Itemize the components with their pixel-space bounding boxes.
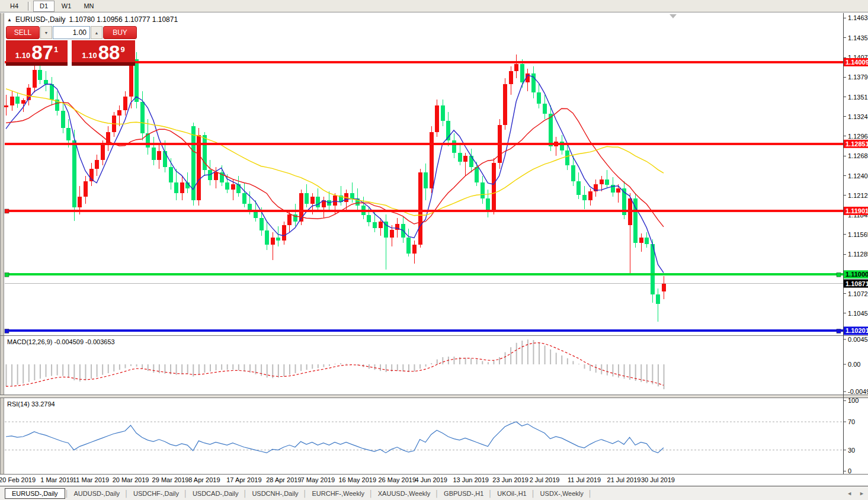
candle bbox=[576, 181, 581, 195]
one-click-trading-panel: SELL ▼ ▲ BUY 1.10 87 1 1.10 88 9 bbox=[6, 26, 135, 66]
macd-axis-label: 0.004524 bbox=[848, 336, 868, 343]
buy-price-big: 88 bbox=[98, 44, 120, 62]
candle bbox=[424, 172, 428, 188]
sell-price-sup: 1 bbox=[54, 45, 58, 54]
x-axis-date-label: 11 Mar 2019 bbox=[73, 476, 109, 483]
y-axis-label: 1.13795 bbox=[848, 73, 868, 81]
volume-input[interactable] bbox=[53, 26, 90, 39]
tab-separator: │ bbox=[531, 490, 536, 497]
chart-tab-bar: ◄ ► EURUSD-,Daily│AUDUSD-,Daily│USDCHF-,… bbox=[0, 486, 868, 500]
sell-price-big: 87 bbox=[31, 44, 53, 62]
candle bbox=[656, 294, 660, 305]
price-level-label: 1.14009 bbox=[844, 58, 868, 66]
tab-separator: │ bbox=[488, 490, 492, 497]
chart-tab-XAUUSD-Weekly[interactable]: XAUUSD-,Weekly bbox=[373, 489, 435, 498]
chart-tab-USDCAD-Daily[interactable]: USDCAD-,Daily bbox=[188, 489, 244, 498]
tab-separator: │ bbox=[588, 490, 592, 497]
tab-scroll-right-icon[interactable]: ► bbox=[859, 491, 864, 496]
line-handle[interactable] bbox=[5, 329, 9, 333]
line-handle[interactable] bbox=[5, 209, 9, 213]
x-axis-date-label: 23 Jun 2019 bbox=[492, 476, 529, 483]
candle bbox=[310, 197, 315, 204]
y-axis-label: 1.12960 bbox=[848, 133, 868, 140]
chart-title: ▲ EURUSD-,Daily 1.10780 1.10956 1.10777 … bbox=[7, 15, 178, 24]
volume-decrease-button[interactable]: ▼ bbox=[40, 26, 52, 39]
candle bbox=[282, 225, 286, 241]
line-handle[interactable] bbox=[5, 273, 9, 277]
chart-tab-EURUSD-Daily[interactable]: EURUSD-,Daily bbox=[5, 488, 65, 499]
candle bbox=[481, 182, 485, 198]
candle bbox=[38, 70, 42, 80]
candle bbox=[509, 71, 513, 84]
candle bbox=[645, 238, 649, 244]
tab-separator: │ bbox=[435, 490, 439, 497]
candle bbox=[169, 167, 173, 182]
candle bbox=[4, 105, 8, 108]
candle bbox=[475, 167, 479, 182]
candle bbox=[430, 132, 434, 188]
x-axis-date-label: 16 May 2019 bbox=[338, 476, 376, 483]
chart-tab-AUDUSD-Daily[interactable]: AUDUSD-,Daily bbox=[69, 489, 125, 498]
symbol-period-label: EURUSD-,Daily bbox=[15, 15, 66, 24]
candle bbox=[248, 204, 252, 210]
candle bbox=[565, 150, 569, 165]
tab-scroll-arrows: ◄ ► bbox=[847, 486, 864, 500]
x-axis-date-label: 13 Jun 2019 bbox=[453, 476, 489, 483]
candle bbox=[15, 97, 20, 104]
volume-increase-button[interactable]: ▲ bbox=[91, 26, 103, 39]
candle bbox=[316, 197, 320, 207]
candle bbox=[514, 64, 518, 71]
sell-price-base: 1.10 bbox=[15, 51, 30, 60]
chart-canvas[interactable]: 1.146351.143551.140751.137951.135151.132… bbox=[0, 0, 868, 500]
buy-price-display[interactable]: 1.10 88 9 bbox=[72, 40, 135, 66]
svg-text:1.11000: 1.11000 bbox=[845, 271, 868, 278]
candle bbox=[236, 184, 241, 193]
sell-button[interactable]: SELL bbox=[6, 26, 40, 39]
chart-tab-GBPUSD-H1[interactable]: GBPUSD-,H1 bbox=[439, 489, 488, 498]
candle bbox=[379, 222, 383, 228]
candle bbox=[588, 191, 592, 200]
y-axis-label: 1.12400 bbox=[848, 172, 868, 180]
x-axis-date-label: 30 Jul 2019 bbox=[641, 476, 675, 483]
candle bbox=[101, 145, 105, 160]
y-axis-label: 1.11565 bbox=[848, 231, 868, 238]
y-axis-label: 1.13515 bbox=[848, 94, 868, 101]
line-handle[interactable] bbox=[837, 273, 841, 277]
x-axis-date-label: 20 Mar 2019 bbox=[113, 476, 149, 483]
candle bbox=[441, 105, 445, 121]
candle bbox=[123, 97, 127, 110]
sell-price-display[interactable]: 1.10 87 1 bbox=[6, 40, 68, 66]
rsi-axis-label: 0 bbox=[848, 467, 851, 475]
y-axis-label: 1.11285 bbox=[848, 251, 868, 258]
y-axis-label: 1.10725 bbox=[848, 290, 868, 297]
candle bbox=[242, 193, 246, 204]
candle bbox=[452, 140, 456, 153]
x-axis-date-label: 28 Apr 2019 bbox=[266, 476, 301, 483]
trading-terminal-window: H4D1W1MN 1.146351.143551.140751.137951.1… bbox=[0, 0, 868, 500]
candle bbox=[231, 184, 235, 190]
buy-price-base: 1.10 bbox=[82, 51, 97, 60]
candle bbox=[174, 182, 178, 193]
candle bbox=[50, 84, 54, 100]
x-axis-date-label: 17 Apr 2019 bbox=[226, 476, 261, 483]
tab-scroll-left-icon[interactable]: ◄ bbox=[847, 491, 852, 496]
chart-tab-USDCHF-Daily[interactable]: USDCHF-,Daily bbox=[129, 489, 184, 498]
chart-tab-USDCNH-Daily[interactable]: USDCNH-,Daily bbox=[247, 489, 303, 498]
chart-tab-USDX-Weekly[interactable]: USDX-,Weekly bbox=[536, 489, 588, 498]
price-level-label: 1.10201 bbox=[844, 326, 868, 335]
candle bbox=[61, 111, 65, 128]
line-handle[interactable] bbox=[837, 329, 841, 333]
y-axis-label: 1.10450 bbox=[848, 310, 868, 317]
macd-indicator-label: MACD(12,26,9) -0.004509 -0.003653 bbox=[7, 338, 115, 345]
svg-text:1.12851: 1.12851 bbox=[845, 140, 868, 148]
svg-text:1.14009: 1.14009 bbox=[845, 59, 868, 66]
candle bbox=[276, 238, 280, 241]
chart-tab-UKOil-H1[interactable]: UKOil-,H1 bbox=[492, 489, 531, 498]
chart-tab-EURCHF-Weekly[interactable]: EURCHF-,Weekly bbox=[307, 489, 369, 498]
buy-button[interactable]: BUY bbox=[103, 26, 137, 39]
candle bbox=[435, 105, 439, 132]
svg-text:1.10201: 1.10201 bbox=[845, 327, 868, 334]
tab-separator: │ bbox=[303, 490, 308, 497]
spin-down-icon: ▼ bbox=[44, 31, 49, 35]
collapse-panel-icon[interactable]: ▲ bbox=[7, 17, 12, 23]
